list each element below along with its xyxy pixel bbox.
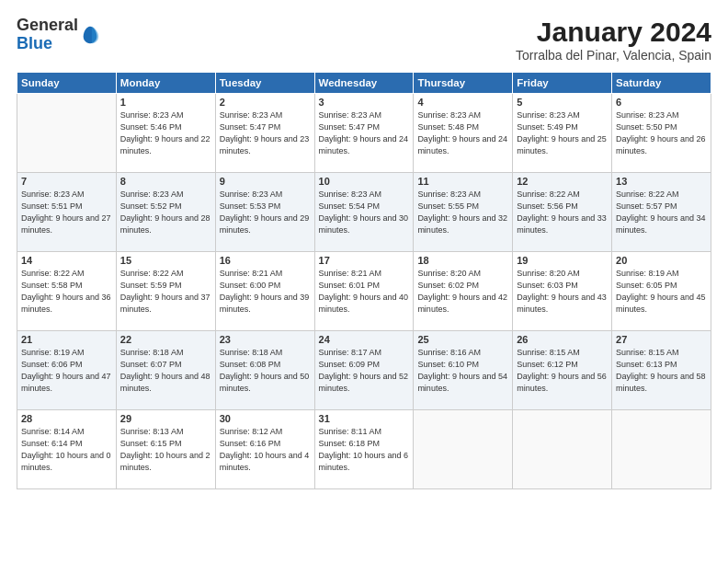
day-number: 11 — [417, 176, 508, 187]
day-number: 25 — [417, 334, 508, 345]
day-info: Sunrise: 8:22 AMSunset: 5:59 PMDaylight:… — [120, 268, 211, 316]
day-number: 1 — [120, 97, 211, 108]
day-number: 23 — [220, 334, 311, 345]
day-number: 8 — [120, 176, 211, 187]
week-row-4: 21Sunrise: 8:19 AMSunset: 6:06 PMDayligh… — [17, 331, 711, 410]
day-info: Sunrise: 8:17 AMSunset: 6:09 PMDaylight:… — [319, 347, 410, 395]
calendar-cell: 5Sunrise: 8:23 AMSunset: 5:49 PMDaylight… — [513, 94, 612, 173]
calendar-cell: 22Sunrise: 8:18 AMSunset: 6:07 PMDayligh… — [116, 331, 215, 410]
day-info: Sunrise: 8:21 AMSunset: 6:01 PMDaylight:… — [319, 268, 410, 316]
day-number: 7 — [21, 176, 112, 187]
day-info: Sunrise: 8:14 AMSunset: 6:14 PMDaylight:… — [21, 426, 112, 474]
day-number: 28 — [21, 413, 112, 424]
day-number: 29 — [120, 413, 211, 424]
day-number: 21 — [21, 334, 112, 345]
day-number: 27 — [616, 334, 707, 345]
day-info: Sunrise: 8:23 AMSunset: 5:51 PMDaylight:… — [21, 189, 112, 236]
weekday-header-wednesday: Wednesday — [314, 73, 414, 94]
calendar-cell: 11Sunrise: 8:23 AMSunset: 5:55 PMDayligh… — [414, 173, 513, 252]
calendar-cell: 13Sunrise: 8:22 AMSunset: 5:57 PMDayligh… — [612, 173, 711, 252]
logo-blue: Blue — [17, 34, 52, 52]
calendar-cell: 20Sunrise: 8:19 AMSunset: 6:05 PMDayligh… — [612, 252, 711, 331]
day-number: 9 — [220, 176, 311, 187]
calendar-cell: 30Sunrise: 8:12 AMSunset: 6:16 PMDayligh… — [215, 410, 314, 489]
location-title: Torralba del Pinar, Valencia, Spain — [516, 48, 711, 63]
day-info: Sunrise: 8:15 AMSunset: 6:13 PMDaylight:… — [616, 347, 707, 395]
day-info: Sunrise: 8:22 AMSunset: 5:58 PMDaylight:… — [21, 268, 112, 316]
calendar-cell: 9Sunrise: 8:23 AMSunset: 5:53 PMDaylight… — [215, 173, 314, 252]
page: General Blue January 2024 Torralba del P… — [0, 0, 728, 563]
day-info: Sunrise: 8:18 AMSunset: 6:08 PMDaylight:… — [220, 347, 311, 395]
day-info: Sunrise: 8:15 AMSunset: 6:12 PMDaylight:… — [517, 347, 608, 395]
day-number: 19 — [517, 255, 608, 266]
week-row-3: 14Sunrise: 8:22 AMSunset: 5:58 PMDayligh… — [17, 252, 711, 331]
title-block: January 2024 Torralba del Pinar, Valenci… — [516, 17, 711, 63]
day-info: Sunrise: 8:23 AMSunset: 5:53 PMDaylight:… — [220, 189, 311, 236]
day-info: Sunrise: 8:20 AMSunset: 6:02 PMDaylight:… — [417, 268, 508, 316]
day-info: Sunrise: 8:23 AMSunset: 5:46 PMDaylight:… — [120, 109, 211, 157]
day-info: Sunrise: 8:23 AMSunset: 5:50 PMDaylight:… — [616, 109, 707, 157]
day-info: Sunrise: 8:19 AMSunset: 6:05 PMDaylight:… — [616, 268, 707, 316]
day-info: Sunrise: 8:22 AMSunset: 5:56 PMDaylight:… — [517, 189, 608, 236]
calendar-cell: 29Sunrise: 8:13 AMSunset: 6:15 PMDayligh… — [116, 410, 215, 489]
day-number: 6 — [616, 97, 707, 108]
day-info: Sunrise: 8:23 AMSunset: 5:52 PMDaylight:… — [120, 189, 211, 236]
weekday-header-saturday: Saturday — [612, 73, 711, 94]
logo-general: General — [17, 16, 78, 34]
calendar-cell: 8Sunrise: 8:23 AMSunset: 5:52 PMDaylight… — [116, 173, 215, 252]
day-number: 17 — [319, 255, 410, 266]
calendar-cell: 31Sunrise: 8:11 AMSunset: 6:18 PMDayligh… — [314, 410, 414, 489]
calendar-cell: 1Sunrise: 8:23 AMSunset: 5:46 PMDaylight… — [116, 94, 215, 173]
calendar-cell: 25Sunrise: 8:16 AMSunset: 6:10 PMDayligh… — [414, 331, 513, 410]
day-number: 5 — [517, 97, 608, 108]
day-number: 13 — [616, 176, 707, 187]
day-number: 16 — [220, 255, 311, 266]
day-info: Sunrise: 8:13 AMSunset: 6:15 PMDaylight:… — [120, 426, 211, 474]
calendar-cell: 7Sunrise: 8:23 AMSunset: 5:51 PMDaylight… — [17, 173, 117, 252]
calendar-cell — [612, 410, 711, 489]
calendar-cell: 6Sunrise: 8:23 AMSunset: 5:50 PMDaylight… — [612, 94, 711, 173]
calendar-cell: 28Sunrise: 8:14 AMSunset: 6:14 PMDayligh… — [17, 410, 117, 489]
week-row-2: 7Sunrise: 8:23 AMSunset: 5:51 PMDaylight… — [17, 173, 711, 252]
week-row-5: 28Sunrise: 8:14 AMSunset: 6:14 PMDayligh… — [17, 410, 711, 489]
day-info: Sunrise: 8:11 AMSunset: 6:18 PMDaylight:… — [319, 426, 410, 474]
calendar-cell: 12Sunrise: 8:22 AMSunset: 5:56 PMDayligh… — [513, 173, 612, 252]
day-info: Sunrise: 8:18 AMSunset: 6:07 PMDaylight:… — [120, 347, 211, 395]
weekday-header-thursday: Thursday — [414, 73, 513, 94]
calendar-cell: 3Sunrise: 8:23 AMSunset: 5:47 PMDaylight… — [314, 94, 414, 173]
day-number: 15 — [120, 255, 211, 266]
calendar-cell: 21Sunrise: 8:19 AMSunset: 6:06 PMDayligh… — [17, 331, 117, 410]
week-row-1: 1Sunrise: 8:23 AMSunset: 5:46 PMDaylight… — [17, 94, 711, 173]
calendar-cell: 4Sunrise: 8:23 AMSunset: 5:48 PMDaylight… — [414, 94, 513, 173]
calendar-cell — [17, 94, 117, 173]
weekday-header-friday: Friday — [513, 73, 612, 94]
day-number: 18 — [417, 255, 508, 266]
day-info: Sunrise: 8:20 AMSunset: 6:03 PMDaylight:… — [517, 268, 608, 316]
day-info: Sunrise: 8:23 AMSunset: 5:49 PMDaylight:… — [517, 109, 608, 157]
calendar-cell: 23Sunrise: 8:18 AMSunset: 6:08 PMDayligh… — [215, 331, 314, 410]
day-info: Sunrise: 8:23 AMSunset: 5:48 PMDaylight:… — [417, 109, 508, 157]
weekday-header-row: SundayMondayTuesdayWednesdayThursdayFrid… — [17, 73, 711, 94]
calendar-cell — [414, 410, 513, 489]
calendar-cell: 18Sunrise: 8:20 AMSunset: 6:02 PMDayligh… — [414, 252, 513, 331]
month-title: January 2024 — [516, 17, 711, 48]
day-info: Sunrise: 8:16 AMSunset: 6:10 PMDaylight:… — [417, 347, 508, 395]
day-number: 22 — [120, 334, 211, 345]
calendar-cell: 17Sunrise: 8:21 AMSunset: 6:01 PMDayligh… — [314, 252, 414, 331]
day-number: 14 — [21, 255, 112, 266]
calendar-cell: 27Sunrise: 8:15 AMSunset: 6:13 PMDayligh… — [612, 331, 711, 410]
day-number: 12 — [517, 176, 608, 187]
logo: General Blue — [17, 17, 100, 53]
day-number: 31 — [319, 413, 410, 424]
calendar-cell: 2Sunrise: 8:23 AMSunset: 5:47 PMDaylight… — [215, 94, 314, 173]
day-info: Sunrise: 8:12 AMSunset: 6:16 PMDaylight:… — [220, 426, 311, 474]
logo-icon — [80, 25, 100, 45]
calendar: SundayMondayTuesdayWednesdayThursdayFrid… — [17, 72, 711, 489]
calendar-cell: 14Sunrise: 8:22 AMSunset: 5:58 PMDayligh… — [17, 252, 117, 331]
day-number: 10 — [319, 176, 410, 187]
day-info: Sunrise: 8:21 AMSunset: 6:00 PMDaylight:… — [220, 268, 311, 316]
day-number: 26 — [517, 334, 608, 345]
calendar-cell — [513, 410, 612, 489]
weekday-header-sunday: Sunday — [17, 73, 117, 94]
day-info: Sunrise: 8:23 AMSunset: 5:47 PMDaylight:… — [319, 109, 410, 157]
